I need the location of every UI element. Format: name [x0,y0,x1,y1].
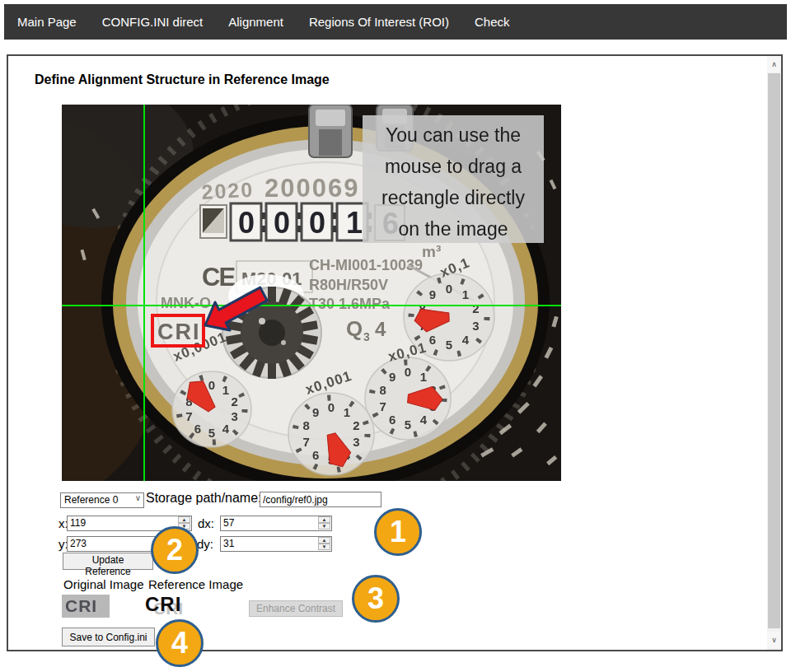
svg-text:6: 6 [312,448,319,462]
dial-x0-0001: 0123456789 [172,371,251,447]
dy-input[interactable] [220,536,332,552]
storage-path-input[interactable] [260,492,381,507]
svg-text:CRI: CRI [157,320,201,344]
svg-text:m³: m³ [422,243,441,260]
svg-text:0: 0 [405,365,411,379]
svg-text:T30 1.6MPa: T30 1.6MPa [309,296,391,312]
svg-text:3: 3 [363,330,370,343]
svg-text:4: 4 [222,422,230,436]
spinner-up-icon[interactable]: ▲ [318,516,330,523]
svg-text:5: 5 [405,418,411,432]
dy-spinner: ▲ ▼ [318,537,330,549]
nav-roi[interactable]: Regions Of Interest (ROI) [309,15,449,29]
svg-text:CE: CE [202,263,235,292]
spinner-down-icon[interactable]: ▼ [318,544,330,550]
svg-text:Q: Q [346,316,363,341]
svg-text:0: 0 [328,400,335,414]
storage-path-label: Storage path/name: [146,491,262,506]
svg-text:7: 7 [302,435,309,449]
svg-text:9: 9 [312,405,319,419]
scroll-down-icon[interactable]: ∨ [767,632,781,648]
svg-text:0: 0 [238,206,255,240]
svg-text:2: 2 [231,394,237,408]
page-title: Define Alignment Structure in Reference … [35,72,330,87]
svg-text:4: 4 [462,333,470,347]
svg-text:7: 7 [379,399,386,413]
svg-text:1: 1 [346,206,363,240]
svg-text:8: 8 [302,418,309,432]
content-frame: Define Alignment Structure in Reference … [7,54,783,651]
vertical-scrollbar[interactable]: ∧ ∨ [767,56,781,650]
enhance-contrast-button[interactable]: Enhance Contrast [249,600,343,617]
callout-1: 1 [374,508,422,556]
nav-config-ini[interactable]: CONFIG.INI direct [102,15,204,29]
dx-input-wrap: ▲ ▼ [220,515,332,530]
svg-text:8: 8 [379,383,386,397]
dial-x0-01: 0123456789 [365,357,451,440]
spinner-down-icon[interactable]: ▼ [318,523,330,530]
scroll-up-icon[interactable]: ∧ [767,56,781,72]
svg-text:3: 3 [231,409,237,423]
dx-spinner: ▲ ▼ [318,516,330,529]
top-navbar: Main Page CONFIG.INI direct Alignment Re… [4,4,787,40]
reference-select-wrap: Reference 0 ∨ [60,492,144,507]
dy-input-wrap: ▲ ▼ [220,535,332,551]
svg-text:6: 6 [194,422,201,436]
dx-label: dx: [198,516,214,530]
callout-2: 2 [151,526,199,574]
svg-text:7: 7 [185,409,192,423]
svg-text:0: 0 [309,206,325,240]
svg-text:3: 3 [353,435,359,449]
svg-text:1: 1 [462,287,469,301]
svg-text:5: 5 [208,426,215,440]
original-image-label: Original Image [63,577,144,591]
svg-text:2: 2 [353,418,359,432]
svg-text:2020: 2020 [201,178,255,203]
svg-text:1: 1 [222,383,229,397]
svg-text:2: 2 [472,301,479,315]
svg-text:0: 0 [208,378,215,392]
nav-alignment[interactable]: Alignment [228,15,283,29]
svg-text:5: 5 [446,338,452,352]
reference-image[interactable]: 2020 200069 0 0 0 1 [62,105,561,481]
svg-text:9: 9 [389,370,396,384]
svg-text:MNK-O: MNK-O [161,295,211,311]
svg-text:200069: 200069 [264,174,359,203]
svg-text:0: 0 [446,282,452,296]
update-reference-button[interactable]: Update Reference [63,553,153,570]
svg-text:6: 6 [389,413,396,427]
svg-text:4: 4 [375,318,386,340]
spinner-up-icon[interactable]: ▲ [178,516,190,523]
dial-x0-001: 0123456789 [288,393,374,475]
nav-check[interactable]: Check [475,15,510,29]
svg-text:6: 6 [429,333,436,347]
dx-input[interactable] [220,516,332,531]
original-crop-image: CRI [62,595,110,618]
drag-hint-overlay: You can use the mouse to drag a rectangl… [363,115,544,243]
dy-label: dy: [197,537,213,551]
svg-text:9: 9 [429,287,436,301]
svg-text:4: 4 [420,413,428,427]
reference-crop-image: CRI CRI [143,592,193,618]
svg-text:3: 3 [472,319,479,333]
callout-3: 3 [352,575,400,623]
svg-text:R80H/R50V: R80H/R50V [309,277,388,293]
svg-text:CH-MI001-10039: CH-MI001-10039 [309,257,423,273]
reference-image-label: Reference Image [148,577,243,591]
scrollbar-thumb[interactable] [768,73,780,628]
spinner-up-icon[interactable]: ▲ [318,537,330,544]
svg-text:0: 0 [274,206,290,240]
reference-select[interactable]: Reference 0 [60,492,144,508]
svg-text:1: 1 [420,370,427,384]
svg-text:1: 1 [344,405,350,419]
save-to-config-button[interactable]: Save to Config.ini [62,628,155,646]
nav-main-page[interactable]: Main Page [17,15,77,29]
callout-4: 4 [156,619,204,667]
